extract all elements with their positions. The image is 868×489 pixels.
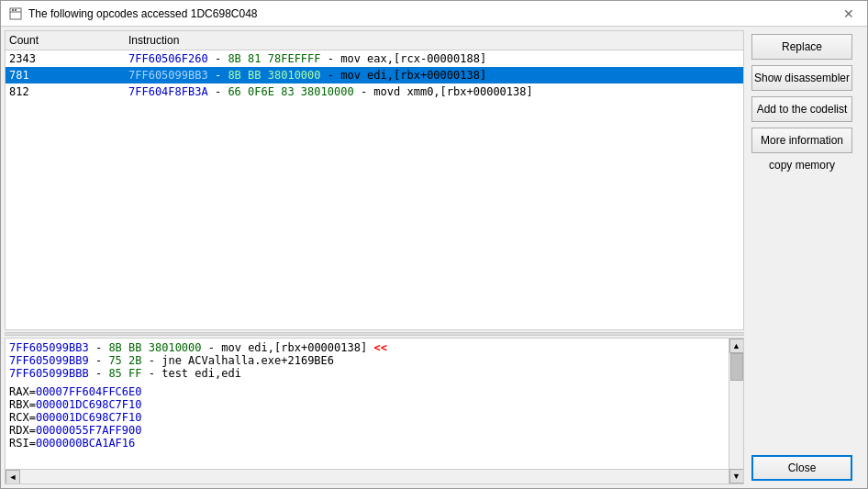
reg-line: RDX=00000055F7AFF900 [9, 424, 725, 437]
window-close-button[interactable]: ✕ [838, 5, 860, 23]
reg-name: RSI= [9, 437, 36, 450]
scroll-track-h [20, 471, 729, 483]
cell-count: 781 [9, 69, 128, 82]
window-title: The following opcodes accessed 1DC698C04… [28, 7, 258, 20]
bottom-content: 7FF605099BB3 - 8B BB 38010000 - mov edi,… [6, 339, 743, 469]
right-panel: Replace Show disassembler Add to the cod… [748, 27, 867, 488]
reg-val: 000001DC698C7F10 [36, 411, 142, 424]
close-section: Close [751, 455, 860, 481]
asm-line: 7FF605099BBB - 85 FF - test edi,edi [9, 367, 725, 380]
panel-resizer[interactable] [5, 332, 744, 336]
horizontal-scrollbar[interactable]: ◄ ► [6, 469, 743, 483]
addr-span: 7FF604F8FB3A [128, 85, 208, 98]
table-body: 2343 7FF60506F260 - 8B 81 78FEFFFF - mov… [6, 50, 743, 329]
table-header: Count Instruction [6, 31, 743, 50]
mnemonic-span: - movd xmm0,[rbx+00000138] [354, 85, 533, 98]
reg-val: 000001DC698C7F10 [36, 398, 142, 411]
asm-bytes: 75 2B [108, 354, 141, 367]
cell-instruction: 7FF60506F260 - 8B 81 78FEFFFF - mov eax,… [128, 52, 740, 65]
bytes-sep: - [208, 52, 228, 65]
asm-mnemonic: - test edi,edi [149, 367, 241, 380]
reg-val: 00000055F7AFF900 [36, 424, 142, 437]
bytes-span: 8B BB 38010000 [228, 69, 320, 82]
main-window: The following opcodes accessed 1DC698C04… [0, 0, 868, 489]
app-icon [8, 6, 23, 21]
show-disassembler-button[interactable]: Show disassembler [751, 65, 852, 91]
reg-name: RAX= [9, 385, 36, 398]
mnemonic-span: - mov eax,[rcx-00000188] [321, 52, 487, 65]
addr-span: 7FF60506F260 [128, 52, 208, 65]
asm-addr: 7FF605099BB3 [9, 341, 89, 354]
svg-rect-2 [12, 9, 14, 11]
header-count: Count [9, 34, 128, 47]
asm-line: 7FF605099BB3 - 8B BB 38010000 - mov edi,… [9, 341, 725, 354]
close-button[interactable]: Close [751, 455, 852, 481]
bytes-sep: - [208, 69, 228, 82]
cell-instruction: 7FF605099BB3 - 8B BB 38010000 - mov edi,… [128, 69, 740, 82]
scroll-thumb[interactable] [730, 353, 743, 381]
scroll-up-arrow[interactable]: ▲ [729, 339, 744, 353]
header-instruction: Instruction [128, 34, 740, 47]
asm-mnemonic: - jne ACValhalla.exe+2169BE6 [149, 354, 334, 367]
more-information-button[interactable]: More information [751, 128, 852, 153]
asm-addr: 7FF605099BBB [9, 367, 89, 380]
asm-bytes: 8B BB 38010000 [108, 341, 201, 354]
table-row[interactable]: 2343 7FF60506F260 - 8B 81 78FEFFFF - mov… [6, 50, 743, 67]
reg-name: RCX= [9, 411, 36, 424]
reg-line: RBX=000001DC698C7F10 [9, 398, 725, 411]
opcode-table: Count Instruction 2343 7FF60506F260 - 8B… [5, 30, 744, 330]
asm-bytes: 85 FF [108, 367, 141, 380]
asm-line: 7FF605099BB9 - 75 2B - jne ACValhalla.ex… [9, 354, 725, 367]
addr-span: 7FF605099BB3 [128, 69, 208, 82]
asm-marker: << [373, 341, 386, 354]
title-bar: The following opcodes accessed 1DC698C04… [1, 1, 867, 27]
add-to-codelist-button[interactable]: Add to the codelist [751, 96, 852, 122]
table-row[interactable]: 812 7FF604F8FB3A - 66 0F6E 83 38010000 -… [6, 83, 743, 100]
mnemonic-span: - mov edi,[rbx+00000138] [321, 69, 487, 82]
copy-memory-link[interactable]: copy memory [751, 159, 852, 172]
reg-name: RDX= [9, 424, 36, 437]
left-panel: Count Instruction 2343 7FF60506F260 - 8B… [1, 27, 748, 488]
scroll-down-arrow[interactable]: ▼ [729, 469, 744, 483]
bytes-sep: - [208, 85, 228, 98]
scroll-track [730, 353, 743, 469]
main-content: Count Instruction 2343 7FF60506F260 - 8B… [1, 27, 867, 488]
cell-instruction: 7FF604F8FB3A - 66 0F6E 83 38010000 - mov… [128, 85, 740, 98]
cell-count: 2343 [9, 52, 128, 65]
asm-sep: - [95, 354, 108, 367]
reg-name: RBX= [9, 398, 36, 411]
bytes-span: 8B 81 78FEFFFF [228, 52, 320, 65]
bottom-panel: 7FF605099BB3 - 8B BB 38010000 - mov edi,… [5, 338, 744, 484]
cell-count: 812 [9, 85, 128, 98]
reg-line: RAX=00007FF604FFC6E0 [9, 385, 725, 398]
table-row[interactable]: 781 7FF605099BB3 - 8B BB 38010000 - mov … [6, 67, 743, 83]
reg-val: 00007FF604FFC6E0 [36, 385, 142, 398]
bytes-span: 66 0F6E 83 38010000 [228, 85, 353, 98]
asm-sep: - [95, 341, 108, 354]
asm-addr: 7FF605099BB9 [9, 354, 89, 367]
reg-line: RCX=000001DC698C7F10 [9, 411, 725, 424]
title-bar-left: The following opcodes accessed 1DC698C04… [8, 6, 258, 21]
reg-line: RSI=0000000BCA1AF16 [9, 437, 725, 450]
asm-mnemonic: - mov edi,[rbx+00000138] [208, 341, 367, 354]
replace-button[interactable]: Replace [751, 34, 852, 60]
asm-sep: - [95, 367, 108, 380]
svg-rect-3 [15, 9, 17, 11]
reg-val: 0000000BCA1AF16 [36, 437, 135, 450]
scroll-left-arrow[interactable]: ◄ [6, 470, 20, 484]
vertical-scrollbar[interactable]: ▲ ▼ [729, 339, 743, 483]
